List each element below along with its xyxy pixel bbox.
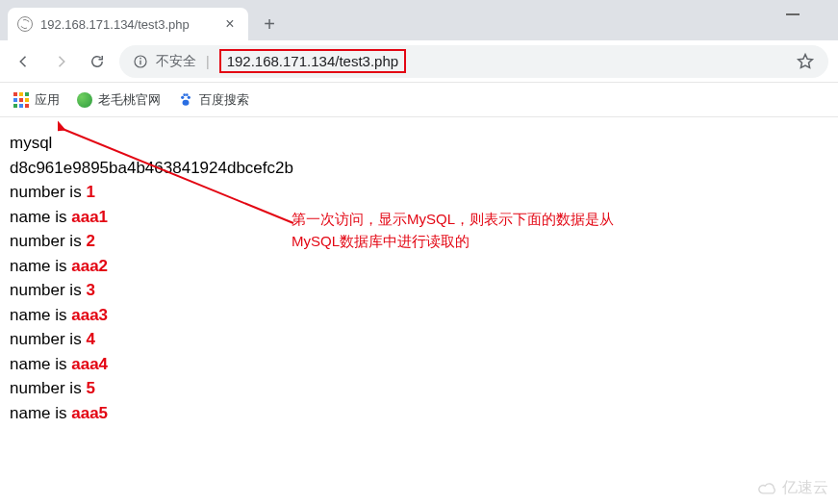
minimize-icon[interactable] xyxy=(786,13,800,15)
apps-grid-icon xyxy=(13,92,29,108)
info-icon xyxy=(133,54,148,69)
new-tab-button[interactable]: + xyxy=(254,10,285,40)
forward-button[interactable] xyxy=(46,47,75,76)
arrow-left-icon xyxy=(15,53,33,70)
separator: | xyxy=(206,54,210,69)
name-row: name is aaa5 xyxy=(10,401,828,426)
reload-icon xyxy=(89,53,106,70)
annotation-text: 第一次访问，显示MySQL，则表示下面的数据是从 MySQL数据库中进行读取的 xyxy=(292,209,614,252)
toolbar: 不安全 | 192.168.171.134/test3.php xyxy=(0,40,838,83)
paw-icon xyxy=(178,92,193,108)
svg-point-6 xyxy=(186,93,189,96)
cloud-icon xyxy=(757,481,778,496)
svg-point-2 xyxy=(140,57,141,59)
watermark: 亿速云 xyxy=(757,478,828,498)
reload-button[interactable] xyxy=(83,47,112,76)
name-row: name is aaa2 xyxy=(10,254,828,279)
tab-bar: 192.168.171.134/test3.php × + xyxy=(0,0,838,40)
hash-line: d8c961e9895ba4b463841924dbcefc2b xyxy=(10,156,828,181)
annotation-line2: MySQL数据库中进行读取的 xyxy=(292,231,614,253)
page-content: mysql d8c961e9895ba4b463841924dbcefc2b n… xyxy=(0,117,838,439)
bookmark-baidu[interactable]: 百度搜索 xyxy=(178,91,249,109)
close-icon[interactable]: × xyxy=(221,15,239,33)
tab-title: 192.168.171.134/test3.php xyxy=(40,17,214,32)
site-icon xyxy=(77,92,92,108)
globe-icon xyxy=(17,16,33,32)
watermark-text: 亿速云 xyxy=(782,478,828,498)
browser-tab[interactable]: 192.168.171.134/test3.php × xyxy=(8,8,248,40)
name-row: name is aaa3 xyxy=(10,303,828,328)
security-label: 不安全 xyxy=(156,53,196,70)
source-line: mysql xyxy=(10,131,828,156)
apps-shortcut[interactable]: 应用 xyxy=(13,91,60,109)
arrow-right-icon xyxy=(52,53,69,70)
svg-point-4 xyxy=(188,95,190,98)
number-row: number is 1 xyxy=(10,180,828,205)
number-row: number is 3 xyxy=(10,278,828,303)
address-bar[interactable]: 不安全 | 192.168.171.134/test3.php xyxy=(119,45,828,78)
bookmark-label: 老毛桃官网 xyxy=(98,91,161,109)
svg-point-7 xyxy=(183,99,190,105)
apps-label: 应用 xyxy=(35,91,60,109)
bookmark-laomaotao[interactable]: 老毛桃官网 xyxy=(77,91,161,109)
url-text: 192.168.171.134/test3.php xyxy=(219,49,407,73)
svg-point-3 xyxy=(181,95,184,98)
annotation-line1: 第一次访问，显示MySQL，则表示下面的数据是从 xyxy=(292,209,614,231)
back-button[interactable] xyxy=(10,47,38,76)
name-row: name is aaa4 xyxy=(10,352,828,377)
bookmark-star-icon[interactable] xyxy=(796,52,815,71)
bookmark-label: 百度搜索 xyxy=(199,91,249,109)
number-row: number is 4 xyxy=(10,327,828,352)
number-row: number is 5 xyxy=(10,376,828,401)
svg-point-5 xyxy=(183,93,186,96)
bookmarks-bar: 应用 老毛桃官网 百度搜索 xyxy=(0,83,838,117)
